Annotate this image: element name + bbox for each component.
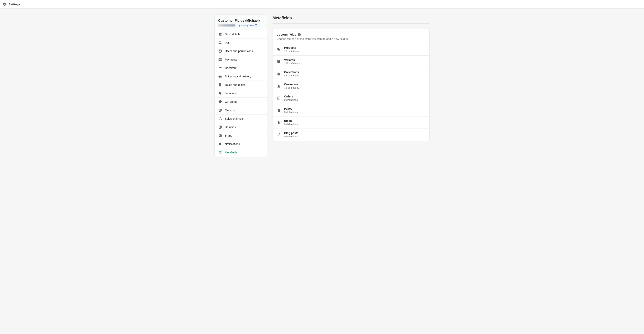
page-header-title: Settings <box>9 3 20 6</box>
svg-point-22 <box>278 49 278 49</box>
sidebar-item-sales-channels[interactable]: Sales channels <box>215 114 267 123</box>
sidebar-item-label: Shipping and delivery <box>225 75 251 78</box>
sidebar-item-store-details[interactable]: Store details <box>215 30 267 39</box>
svg-rect-20 <box>219 153 220 153</box>
settings-sidebar: Customer Fields (Michael) .myshopify.com… <box>214 15 267 157</box>
sidebar-item-label: Taxes and duties <box>225 83 246 86</box>
cart-icon <box>218 66 222 70</box>
card-icon <box>218 58 222 62</box>
sidebar-item-shipping-and-delivery[interactable]: Shipping and delivery <box>215 72 267 81</box>
metafield-row-title: Pages <box>284 107 298 110</box>
metafield-row-orders[interactable]: Orders0 definitions <box>273 92 429 104</box>
gear-icon <box>3 3 6 6</box>
channels-icon <box>218 117 222 121</box>
metafield-row-title: Orders <box>284 95 298 98</box>
receipt-icon <box>218 83 222 87</box>
sidebar-item-label: Brand <box>225 134 232 137</box>
sidebar-item-domains[interactable]: Domains <box>215 123 267 131</box>
svg-rect-19 <box>219 151 221 152</box>
truck-icon <box>218 74 222 78</box>
sidebar-item-label: Markets <box>225 109 235 112</box>
sidebar-item-users-and-permissions[interactable]: Users and permissions <box>215 47 267 55</box>
globe2-icon <box>218 125 222 129</box>
metafield-row-blogs[interactable]: Blogs0 definitions <box>273 116 429 129</box>
store-url[interactable]: .myshopify.com <box>218 24 263 27</box>
sidebar-item-label: Checkout <box>225 66 236 70</box>
tag-icon <box>277 47 281 52</box>
sidebar-item-label: Domains <box>225 125 236 129</box>
sidebar-item-markets[interactable]: Markets <box>215 106 267 114</box>
sidebar-item-label: Plan <box>225 41 230 44</box>
sidebar-item-brand[interactable]: Brand <box>215 131 267 140</box>
metafield-row-subtitle: 43 definitions <box>284 74 299 77</box>
card-header: Custom fields i Choose the part of the s… <box>273 29 429 43</box>
store-domain-link[interactable]: .myshopify.com <box>236 24 254 27</box>
svg-rect-27 <box>280 122 280 124</box>
sidebar-header: Customer Fields (Michael) .myshopify.com <box>215 15 267 30</box>
order-icon <box>277 96 281 100</box>
sidebar-item-notifications[interactable]: Notifications <box>215 140 267 148</box>
svg-point-5 <box>221 69 221 69</box>
metafield-row-subtitle: 122 definitions <box>284 62 300 65</box>
brand-icon <box>218 134 222 137</box>
sidebar-item-label: Sales channels <box>225 117 244 120</box>
metafield-row-subtitle: 0 definitions <box>284 123 298 126</box>
svg-rect-3 <box>218 59 222 60</box>
blog-icon <box>277 120 281 125</box>
sidebar-item-label: Payments <box>225 58 237 61</box>
metafield-row-pages[interactable]: Pages0 definitions <box>273 104 429 116</box>
metafield-row-variants[interactable]: Variants122 definitions <box>273 56 429 68</box>
svg-point-8 <box>220 92 220 93</box>
user-circle-icon <box>218 49 222 53</box>
globe-icon <box>218 108 222 112</box>
sidebar-item-gift-cards[interactable]: Gift cards <box>215 98 267 106</box>
card-subtitle: Choose the part of the store you want to… <box>277 37 426 41</box>
redacted-subdomain <box>218 24 235 27</box>
sidebar-item-plan[interactable]: Plan <box>215 39 267 47</box>
sidebar-item-label: Store details <box>225 33 240 36</box>
sidebar-item-label: Locations <box>225 92 237 95</box>
metafield-row-collections[interactable]: Collections43 definitions <box>273 68 429 80</box>
sidebar-item-label: Metafields <box>225 151 238 154</box>
svg-point-7 <box>221 77 221 78</box>
svg-point-25 <box>278 85 280 86</box>
sidebar-item-payments[interactable]: Payments <box>215 55 267 64</box>
info-icon[interactable]: i <box>298 33 301 36</box>
svg-point-6 <box>219 77 220 78</box>
person-icon <box>277 84 281 88</box>
metafield-row-customers[interactable]: Customers73 definitions <box>273 80 429 92</box>
svg-point-1 <box>220 50 221 51</box>
pencil-icon <box>277 133 281 137</box>
svg-rect-21 <box>220 153 222 153</box>
collection-icon <box>277 72 281 76</box>
sidebar-item-metafields[interactable]: Metafields <box>215 148 267 156</box>
metafields-icon <box>218 150 222 154</box>
metafield-row-products[interactable]: Products15 definitions <box>273 43 429 56</box>
metafield-row-title: Customers <box>284 83 299 86</box>
svg-rect-23 <box>278 61 280 63</box>
gift-icon <box>218 100 222 104</box>
sidebar-item-locations[interactable]: Locations <box>215 89 267 98</box>
metafield-row-subtitle: 73 definitions <box>284 86 299 89</box>
page-icon <box>277 108 281 113</box>
sidebar-item-checkout[interactable]: Checkout <box>215 64 267 72</box>
store-name: Customer Fields (Michael) <box>218 19 263 23</box>
sidebar-item-label: Notifications <box>225 142 240 145</box>
sidebar-item-taxes-and-duties[interactable]: Taxes and duties <box>215 81 267 89</box>
metafield-type-list: Products15 definitionsVariants122 defini… <box>273 43 429 141</box>
metafield-row-title: Blogs <box>284 119 298 122</box>
metafield-row-subtitle: 15 definitions <box>284 50 299 53</box>
metafield-row-subtitle: 0 definitions <box>284 98 298 101</box>
top-bar: Settings <box>0 0 644 9</box>
card-title: Custom fields <box>277 33 296 36</box>
main-content: Metafields Custom fields i Choose the pa… <box>272 15 430 157</box>
metafield-row-title: Blog posts <box>284 131 298 135</box>
store-icon <box>218 32 222 36</box>
metafield-row-title: Products <box>284 46 299 49</box>
page-title: Metafields <box>272 15 430 24</box>
metafield-row-blog-posts[interactable]: Blog posts0 definitions <box>273 129 429 141</box>
metafield-row-subtitle: 0 definitions <box>284 135 298 138</box>
svg-point-13 <box>220 117 220 118</box>
svg-point-4 <box>220 69 220 69</box>
sidebar-item-label: Users and permissions <box>225 50 253 53</box>
